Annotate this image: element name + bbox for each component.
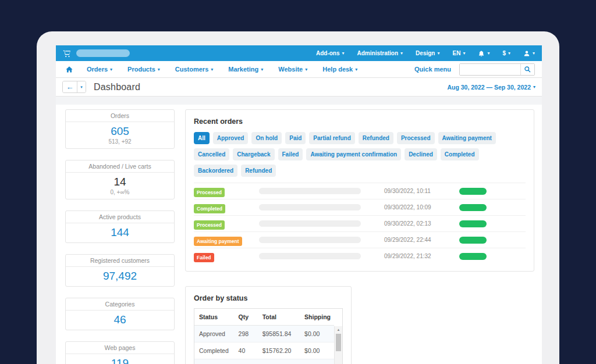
nav-customers[interactable]: Customers ▾ <box>175 66 213 73</box>
date-range-selector[interactable]: Aug 30, 2022 — Sep 30, 2022 ▾ <box>447 84 535 91</box>
search-button[interactable] <box>520 64 534 75</box>
status-link[interactable]: Declined <box>194 359 234 364</box>
chevron-down-icon: ▾ <box>158 67 160 72</box>
main-column: Recent orders All Approved On hold Paid … <box>185 109 534 364</box>
total-cell: $95851.84 <box>258 326 300 342</box>
status-badge: Processed <box>194 220 225 230</box>
order-row[interactable]: Processed 09/30/2022, 10:11 <box>194 183 526 199</box>
notifications-menu[interactable]: ▾ <box>478 50 489 57</box>
stat-subtext: 0, +∞% <box>66 189 174 195</box>
nav-helpdesk[interactable]: Help desk ▾ <box>322 66 357 73</box>
table-row: Declined 3 $207.00 $0.00 <box>194 359 334 364</box>
back-button[interactable]: ← <box>63 81 77 92</box>
nav-website-label: Website <box>278 66 303 73</box>
status-badge: Processed <box>194 188 225 197</box>
table-scrollbar[interactable]: ▲ ▼ <box>334 326 342 364</box>
nav-customers-label: Customers <box>175 66 208 73</box>
nav-marketing-label: Marketing <box>228 66 258 73</box>
search-box <box>459 63 535 76</box>
filter-refunded[interactable]: Refunded <box>359 132 393 144</box>
filter-refunded-2[interactable]: Refunded <box>241 165 276 177</box>
nav-orders[interactable]: Orders ▾ <box>87 66 112 73</box>
user-icon <box>523 50 530 57</box>
stat-value: 119 <box>66 357 174 364</box>
nav-products-label: Products <box>127 66 155 73</box>
order-row[interactable]: Processed 09/30/2022, 02:13 <box>194 215 526 231</box>
nav-orders-label: Orders <box>87 66 108 73</box>
status-link[interactable]: Completed <box>194 342 234 359</box>
cart-icon[interactable] <box>63 49 71 58</box>
stat-card-active-products[interactable]: Active products 144 <box>65 210 175 243</box>
total-cell: $207.00 <box>258 359 300 364</box>
device-frame: Add-ons ▾ Administration ▾ Design ▾ EN ▾ <box>37 31 559 364</box>
filter-chargeback[interactable]: Chargeback <box>233 148 274 160</box>
stat-label: Registered customers <box>66 255 174 267</box>
filter-failed[interactable]: Failed <box>278 148 303 160</box>
currency-icon: $ <box>502 50 506 56</box>
stat-label: Orders <box>66 110 174 122</box>
recent-orders-panel: Recent orders All Approved On hold Paid … <box>185 109 534 272</box>
filter-completed[interactable]: Completed <box>441 148 479 160</box>
home-icon[interactable] <box>65 66 73 73</box>
user-menu[interactable]: ▾ <box>523 50 535 57</box>
chevron-down-icon: ▾ <box>305 67 307 72</box>
admin-screen: Add-ons ▾ Administration ▾ Design ▾ EN ▾ <box>56 45 542 364</box>
nav-website[interactable]: Website ▾ <box>278 66 307 73</box>
stat-card-orders[interactable]: Orders 605 513, +92 <box>65 109 175 149</box>
store-name-pill[interactable] <box>76 49 130 57</box>
filter-declined[interactable]: Declined <box>405 148 437 160</box>
filter-all[interactable]: All <box>194 132 210 144</box>
shipping-cell: $0.00 <box>300 326 334 342</box>
filter-processed[interactable]: Processed <box>397 132 435 144</box>
quick-menu-link[interactable]: Quick menu <box>414 66 451 73</box>
filter-awaiting-payment[interactable]: Awaiting payment <box>438 132 496 144</box>
title-divider <box>56 96 542 105</box>
order-date: 09/30/2022, 10:11 <box>384 188 442 194</box>
column-header-status: Status <box>194 309 234 326</box>
order-row[interactable]: Completed 09/30/2022, 10:09 <box>194 199 526 215</box>
stat-value: 14 <box>66 176 174 188</box>
menu-design-label: Design <box>416 50 435 56</box>
status-link[interactable]: Approved <box>194 326 234 342</box>
back-split-button: ← ▾ <box>62 81 86 93</box>
nav-products[interactable]: Products ▾ <box>127 66 160 73</box>
stat-card-web-pages[interactable]: Web pages 119 <box>65 341 175 364</box>
scroll-up-icon[interactable]: ▲ <box>335 328 342 331</box>
filter-approved[interactable]: Approved <box>213 132 249 144</box>
order-row[interactable]: Failed 09/29/2022, 21:32 <box>194 248 526 264</box>
menu-addons[interactable]: Add-ons ▾ <box>316 50 345 56</box>
menu-addons-label: Add-ons <box>316 50 340 56</box>
filter-awaiting-payment-confirmation[interactable]: Awaiting payment confirmation <box>306 148 401 160</box>
chevron-down-icon: ▾ <box>261 67 263 72</box>
menu-language[interactable]: EN ▾ <box>452 50 465 56</box>
order-date: 09/29/2022, 21:32 <box>384 253 442 259</box>
stat-card-registered-customers[interactable]: Registered customers 97,492 <box>65 254 175 287</box>
order-total-pill <box>459 204 487 211</box>
search-icon <box>524 66 531 73</box>
menu-administration[interactable]: Administration ▾ <box>357 50 403 56</box>
filter-cancelled[interactable]: Cancelled <box>194 148 229 160</box>
menu-design[interactable]: Design ▾ <box>416 50 439 56</box>
order-row[interactable]: Awaiting payment 09/29/2022, 22:44 <box>194 231 526 248</box>
filter-partial-refund[interactable]: Partial refund <box>309 132 354 144</box>
stat-card-categories[interactable]: Categories 46 <box>65 298 175 330</box>
date-range-label: Aug 30, 2022 — Sep 30, 2022 <box>447 84 531 91</box>
filter-backordered[interactable]: Backordered <box>194 165 237 177</box>
back-history-button[interactable]: ▾ <box>77 81 86 92</box>
order-by-status-title: Order by status <box>194 294 343 302</box>
chevron-down-icon: ▾ <box>211 67 213 72</box>
stat-value: 144 <box>66 226 174 239</box>
recent-orders-title: Recent orders <box>194 117 526 126</box>
column-header-qty: Qty <box>234 309 258 326</box>
qty-cell: 40 <box>234 342 258 359</box>
search-input[interactable] <box>460 64 520 75</box>
currency-menu[interactable]: $ ▾ <box>502 50 510 56</box>
status-badge: Failed <box>194 253 214 262</box>
filter-paid[interactable]: Paid <box>285 132 306 144</box>
scrollbar-thumb[interactable] <box>336 334 341 351</box>
dashboard-content: Orders 605 513, +92 Abandoned / Live car… <box>56 105 542 364</box>
nav-marketing[interactable]: Marketing ▾ <box>228 66 263 73</box>
main-nav: Orders ▾ Products ▾ Customers ▾ Marketin… <box>56 61 542 78</box>
stat-card-carts[interactable]: Abandoned / Live carts 14 0, +∞% <box>65 160 175 199</box>
filter-on-hold[interactable]: On hold <box>251 132 282 144</box>
